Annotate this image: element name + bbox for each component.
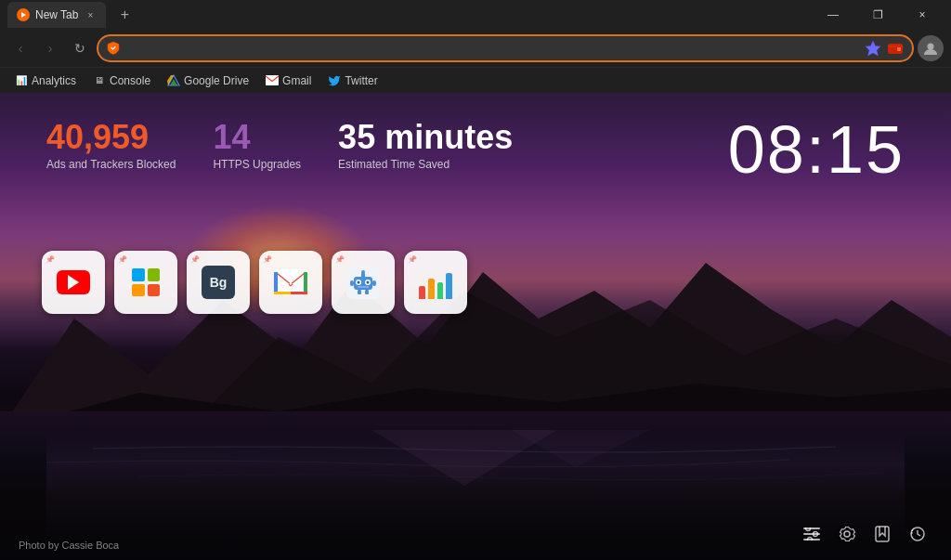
chart-bar-1 [419, 286, 425, 299]
charts-pin [408, 254, 417, 264]
bg-app-icon: Bg [202, 266, 235, 299]
titlebar: New Tab × + — ❐ × [0, 0, 951, 30]
address-brave-icon [106, 41, 121, 56]
speed-dial-charts[interactable] [404, 251, 467, 314]
ads-blocked-value: 40,959 [46, 121, 176, 154]
gmail-favicon [266, 74, 279, 87]
address-right-icons [864, 39, 905, 58]
new-tab-button[interactable]: + [113, 4, 136, 26]
speed-dial-microsoft[interactable] [114, 251, 177, 314]
back-button[interactable]: ‹ [7, 35, 33, 61]
bookmark-google-drive[interactable]: Google Drive [160, 72, 256, 89]
store-icon [346, 266, 380, 299]
tab-close-button[interactable]: × [84, 8, 97, 21]
svg-point-25 [358, 281, 360, 284]
bookmark-twitter[interactable]: Twitter [320, 72, 384, 89]
photo-credit: Photo by Cassie Boca [19, 540, 119, 551]
svg-marker-14 [511, 430, 650, 467]
gmail-pin [263, 254, 272, 264]
svg-point-5 [928, 44, 934, 50]
google-drive-favicon [167, 74, 180, 87]
windows-square-2 [148, 268, 161, 281]
svg-rect-9 [266, 75, 279, 85]
brave-rewards-icon[interactable] [864, 39, 882, 58]
console-favicon: 🖥 [93, 74, 106, 87]
bookmark-analytics[interactable]: 📊 Analytics [7, 72, 84, 89]
chart-bar-3 [437, 282, 444, 299]
svg-rect-32 [372, 280, 376, 286]
reload-button[interactable]: ↻ [67, 35, 93, 61]
navbar: ‹ › ↻ [0, 30, 951, 67]
tab-title: New Tab [35, 8, 78, 21]
svg-point-27 [367, 281, 370, 284]
clock-display: 08:15 [728, 111, 905, 188]
window-controls: — ❐ × [812, 0, 944, 30]
svg-rect-34 [365, 290, 369, 294]
svg-rect-33 [358, 290, 361, 294]
stat-https: 14 HTTPS Upgrades [213, 121, 301, 171]
active-tab[interactable]: New Tab × [7, 2, 106, 28]
stats-area: 40,959 Ads and Trackers Blocked 14 HTTPS… [46, 121, 513, 171]
speed-dial-bg[interactable]: Bg [187, 251, 250, 314]
twitter-favicon [328, 74, 341, 87]
stat-ads-blocked: 40,959 Ads and Trackers Blocked [46, 121, 176, 171]
analytics-favicon: 📊 [15, 74, 28, 87]
tab-favicon [17, 8, 30, 21]
bookmark-gmail[interactable]: Gmail [258, 72, 319, 89]
bookmark-twitter-label: Twitter [345, 74, 377, 87]
bookmark-console-label: Console [110, 74, 150, 87]
speed-dial-store[interactable] [332, 251, 395, 314]
store-pin [335, 254, 345, 264]
forward-button[interactable]: › [37, 35, 63, 61]
windows-square-4 [148, 284, 161, 297]
bottom-toolbar [797, 519, 932, 549]
profile-button[interactable] [918, 35, 944, 61]
time-label: Estimated Time Saved [338, 158, 513, 171]
svg-point-30 [361, 270, 365, 274]
stat-time: 35 minutes Estimated Time Saved [338, 121, 513, 171]
svg-rect-18 [274, 272, 278, 293]
windows-square-3 [132, 284, 145, 297]
settings-button[interactable] [832, 519, 862, 549]
microsoft-pin [118, 254, 127, 264]
svg-rect-31 [350, 280, 354, 286]
bookmark-console[interactable]: 🖥 Console [85, 72, 158, 89]
svg-rect-21 [291, 292, 307, 294]
photo-credit-text: Photo by Cassie Boca [19, 540, 119, 551]
minimize-button[interactable]: — [812, 0, 854, 30]
customize-button[interactable] [797, 519, 827, 549]
youtube-icon [57, 270, 90, 294]
main-content: 40,959 Ads and Trackers Blocked 14 HTTPS… [0, 93, 951, 560]
windows-square-1 [132, 268, 145, 281]
bookmark-gmail-label: Gmail [282, 74, 311, 87]
bookmarks-bar: 📊 Analytics 🖥 Console Google Drive Gmail [0, 67, 951, 93]
address-bar-container [97, 34, 914, 62]
https-value: 14 [213, 121, 301, 154]
bookmark-analytics-label: Analytics [32, 74, 76, 87]
bookmark-gdrive-label: Google Drive [184, 74, 249, 87]
svg-rect-19 [304, 272, 307, 293]
speed-dial-area: Bg [42, 251, 467, 314]
brave-wallet-icon[interactable] [886, 39, 905, 58]
svg-rect-4 [897, 47, 901, 51]
gmail-icon [274, 269, 307, 295]
history-button[interactable] [903, 519, 932, 549]
svg-rect-20 [274, 292, 291, 294]
bookmarks-panel-button[interactable] [867, 519, 897, 549]
speed-dial-youtube[interactable] [42, 251, 105, 314]
maximize-button[interactable]: ❐ [856, 0, 899, 30]
https-label: HTTPS Upgrades [213, 158, 301, 171]
speed-dial-gmail[interactable] [259, 251, 322, 314]
svg-marker-2 [866, 41, 880, 56]
youtube-pin [46, 254, 55, 264]
chart-bar-4 [446, 273, 452, 299]
windows-icon [132, 268, 160, 296]
address-input[interactable] [97, 34, 914, 62]
youtube-play-icon [68, 275, 79, 290]
bg-pin [190, 254, 200, 264]
chart-bar-2 [428, 279, 435, 299]
charts-icon [419, 266, 452, 299]
window-close-button[interactable]: × [901, 0, 944, 30]
ads-blocked-label: Ads and Trackers Blocked [46, 158, 176, 171]
time-value: 35 minutes [338, 121, 513, 154]
